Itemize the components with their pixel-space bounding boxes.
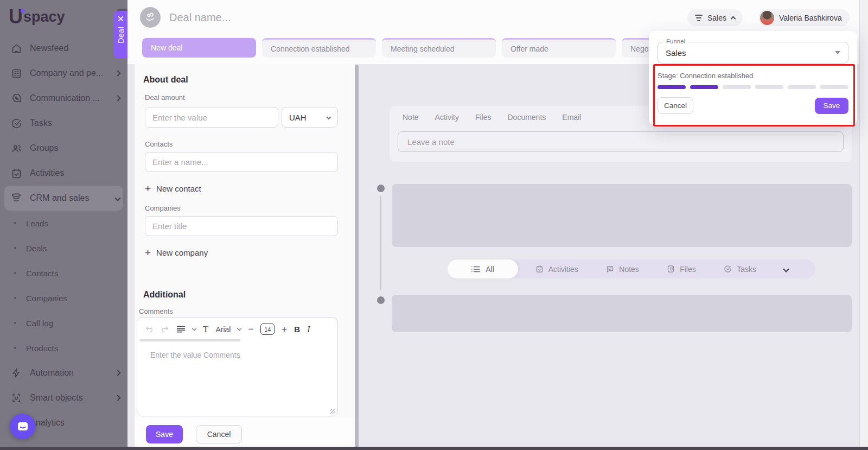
undo-icon[interactable] (145, 325, 154, 334)
stage-progress-segment[interactable] (658, 85, 686, 89)
chevron-down-icon[interactable] (783, 266, 789, 272)
bold-button[interactable]: B (294, 325, 300, 334)
sidebar-subitem-products[interactable]: Products (0, 335, 127, 360)
font-size-value[interactable]: 14 (260, 324, 275, 335)
font-family-value[interactable]: Arial (215, 325, 231, 334)
redo-icon[interactable] (161, 325, 169, 334)
form-cancel-button[interactable]: Cancel (196, 425, 242, 443)
new-company-button[interactable]: + New company (145, 248, 208, 258)
align-icon[interactable] (176, 325, 186, 333)
comments-placeholder[interactable]: Enter the value Comments (150, 351, 337, 359)
deal-form-panel: About deal Deal amount Enter the value U… (135, 64, 355, 450)
sidebar-item-smart-objects[interactable]: Smart objects (0, 385, 127, 410)
chevron-down-icon[interactable] (192, 326, 196, 331)
popup-actions: Cancel Save (658, 97, 848, 114)
filter-tasks[interactable]: Tasks (724, 265, 756, 274)
sidebar-subitem-deals[interactable]: Deals (0, 236, 127, 261)
bullet-icon (14, 322, 16, 324)
deal-side-tab-label: Deal (117, 27, 125, 43)
stage-tab-connection-established[interactable]: Connection established (262, 38, 376, 58)
text-style-icon[interactable]: T (203, 324, 208, 335)
sidebar-item-company[interactable]: Company and pe... (0, 61, 127, 86)
close-icon[interactable] (118, 16, 124, 22)
sidebar-item-groups[interactable]: Groups (0, 136, 127, 161)
resize-handle[interactable] (330, 409, 335, 414)
tab-files[interactable]: Files (475, 113, 492, 122)
sidebar-item-activities[interactable]: Activities (0, 161, 127, 186)
funnel-stage-popup: Funnel Sales Stage: Connection establish… (649, 31, 857, 125)
font-size-increase[interactable]: + (282, 324, 287, 335)
popup-save-button[interactable]: Save (815, 98, 848, 114)
sidebar-item-tasks[interactable]: Tasks (0, 111, 127, 136)
stage-tab-offer-made[interactable]: Offer made (502, 38, 616, 58)
sidebar-subitem-leads[interactable]: Leads (0, 211, 127, 236)
tab-email[interactable]: Email (562, 113, 581, 122)
uspacy-logo[interactable]: Uspacy (9, 5, 65, 28)
new-contact-button[interactable]: + New contact (145, 183, 201, 194)
deal-modal: Deal name... Sales Valeria Bashkirova Ne… (127, 0, 868, 450)
sidebar: Uspacy Newsfeed Company and pe... Commun… (0, 0, 127, 450)
stage-tabs: New deal Connection established Meeting … (142, 38, 736, 58)
toolbar-scrollbar[interactable] (139, 339, 240, 341)
chevron-right-icon (114, 370, 120, 376)
sidebar-item-label: Activities (30, 168, 64, 178)
calendar-icon (10, 167, 23, 180)
filter-notes[interactable]: Notes (606, 265, 639, 274)
sidebar-item-label: CRM and sales (30, 193, 89, 203)
sidebar-subitem-contacts[interactable]: Contacts (0, 261, 127, 286)
funnel-select[interactable]: Funnel Sales (658, 42, 848, 64)
sidebar-subitem-call-log[interactable]: Call log (0, 310, 127, 335)
plus-icon: + (145, 248, 151, 258)
stage-progress-segment[interactable] (690, 85, 718, 89)
deal-side-tab[interactable]: Deal (114, 11, 127, 59)
responsible-user[interactable]: Valeria Bashkirova (758, 9, 850, 26)
chevron-down-icon (327, 115, 331, 119)
currency-select[interactable]: UAH (282, 107, 338, 128)
deal-handshake-icon (144, 11, 156, 23)
funnel-switch-button[interactable]: Sales (687, 9, 743, 26)
tab-activity[interactable]: Activity (435, 113, 459, 122)
companies-input[interactable]: Enter title (145, 216, 338, 236)
user-avatar (760, 11, 774, 25)
italic-button[interactable]: I (307, 325, 310, 334)
stage-progress-segment[interactable] (723, 85, 751, 89)
tab-note[interactable]: Note (403, 113, 419, 122)
stage-tab-new-deal[interactable]: New deal (142, 38, 256, 58)
tab-documents[interactable]: Documents (507, 113, 546, 122)
form-scrollbar[interactable] (355, 65, 359, 450)
comments-editor[interactable]: T Arial − 14 + B I Enter the value Comme… (137, 317, 338, 416)
stage-progress-segment[interactable] (788, 85, 816, 89)
filter-all[interactable]: All (448, 259, 518, 278)
filter-activities[interactable]: Activities (535, 265, 578, 274)
stage-progress-segment[interactable] (755, 85, 783, 89)
sidebar-item-label: Automation (30, 368, 74, 378)
sidebar-item-label: Groups (30, 143, 58, 153)
user-name: Valeria Bashkirova (779, 14, 842, 22)
page-scrollbar[interactable] (859, 0, 868, 450)
deal-amount-input[interactable]: Enter the value (145, 107, 278, 128)
sidebar-item-automation[interactable]: Automation (0, 360, 127, 385)
contacts-input[interactable]: Enter a name... (145, 152, 338, 172)
deal-amount-label: Deal amount (145, 93, 185, 102)
deal-name-input[interactable]: Deal name... (169, 11, 231, 24)
sidebar-item-crm-and-sales[interactable]: CRM and sales (4, 186, 123, 211)
stage-progress-segment[interactable] (820, 85, 848, 89)
funnel-field-value: Sales (666, 48, 686, 58)
timeline-dot (377, 296, 385, 304)
form-save-button[interactable]: Save (146, 425, 183, 443)
chevron-down-icon[interactable] (237, 326, 241, 331)
sidebar-subitem-companies[interactable]: Companies (0, 286, 127, 310)
popup-cancel-button[interactable]: Cancel (658, 97, 693, 114)
bullet-icon (14, 222, 16, 224)
font-size-decrease[interactable]: − (248, 324, 253, 335)
filter-files[interactable]: Files (667, 265, 696, 274)
filter-tasks-label: Tasks (737, 265, 756, 274)
sidebar-item-newsfeed[interactable]: Newsfeed (0, 36, 127, 61)
chat-widget-button[interactable] (10, 414, 35, 439)
sidebar-item-label: Company and pe... (30, 68, 103, 78)
filter-notes-label: Notes (619, 265, 639, 274)
sidebar-item-communication[interactable]: Communication ... (0, 86, 127, 111)
stage-tab-meeting-scheduled[interactable]: Meeting scheduled (382, 38, 496, 58)
bullet-icon (14, 297, 16, 299)
leave-note-input[interactable]: Leave a note (398, 131, 844, 152)
